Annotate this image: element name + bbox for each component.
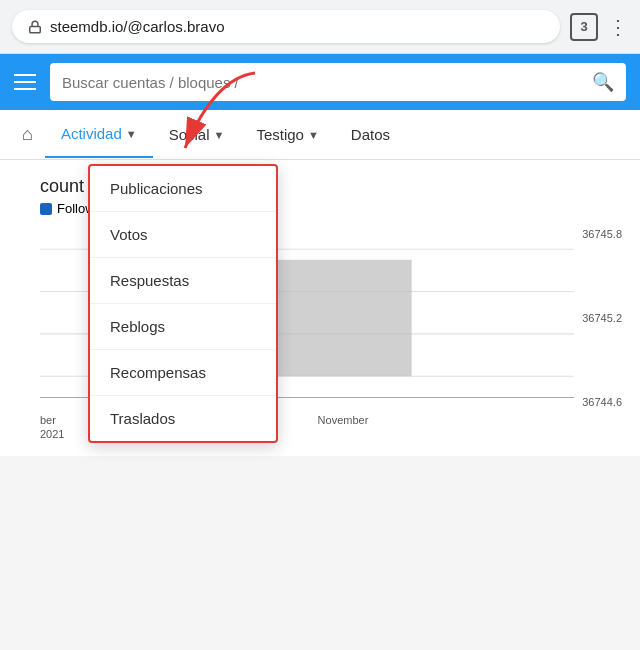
- search-bar-container[interactable]: 🔍: [50, 63, 626, 101]
- address-bar[interactable]: steemdb.io/@carlos.bravo: [12, 10, 560, 43]
- tabs-row: ⌂ Actividad ▼ Social ▼ Testigo ▼ Datos: [0, 110, 640, 160]
- tab-testigo[interactable]: Testigo ▼: [240, 112, 334, 157]
- dropdown-respuestas[interactable]: Respuestas: [90, 258, 276, 304]
- followers-dot: [40, 203, 52, 215]
- search-icon[interactable]: 🔍: [592, 71, 614, 93]
- tab-actividad[interactable]: Actividad ▼: [45, 111, 153, 158]
- top-nav: 🔍: [0, 54, 640, 110]
- svg-rect-6: [272, 260, 411, 376]
- more-options-icon[interactable]: ⋮: [608, 15, 628, 39]
- dropdown-recompensas[interactable]: Recompensas: [90, 350, 276, 396]
- y-axis-activity-label: ACTIVITY: [0, 256, 1, 314]
- svg-rect-0: [30, 26, 41, 32]
- browser-chrome: steemdb.io/@carlos.bravo 3 ⋮: [0, 0, 640, 54]
- actividad-caret: ▼: [126, 128, 137, 140]
- tab-badge[interactable]: 3: [570, 13, 598, 41]
- y-axis-vests: 36745.8 36745.2 36744.6: [574, 228, 630, 408]
- tab-social[interactable]: Social ▼: [153, 112, 241, 157]
- actividad-dropdown: Publicaciones Votos Respuestas Reblogs R…: [88, 164, 278, 443]
- hamburger-menu[interactable]: [14, 74, 36, 90]
- tab-datos[interactable]: Datos: [335, 112, 406, 157]
- testigo-caret: ▼: [308, 129, 319, 141]
- lock-icon: [28, 20, 42, 34]
- page-content: ⌂ Actividad ▼ Social ▼ Testigo ▼ Datos A…: [0, 110, 640, 456]
- dropdown-traslados[interactable]: Traslados: [90, 396, 276, 441]
- tab-home[interactable]: ⌂: [10, 110, 45, 159]
- social-caret: ▼: [214, 129, 225, 141]
- search-input[interactable]: [62, 74, 584, 91]
- address-text: steemdb.io/@carlos.bravo: [50, 18, 544, 35]
- dropdown-publicaciones[interactable]: Publicaciones: [90, 166, 276, 212]
- dropdown-reblogs[interactable]: Reblogs: [90, 304, 276, 350]
- dropdown-votos[interactable]: Votos: [90, 212, 276, 258]
